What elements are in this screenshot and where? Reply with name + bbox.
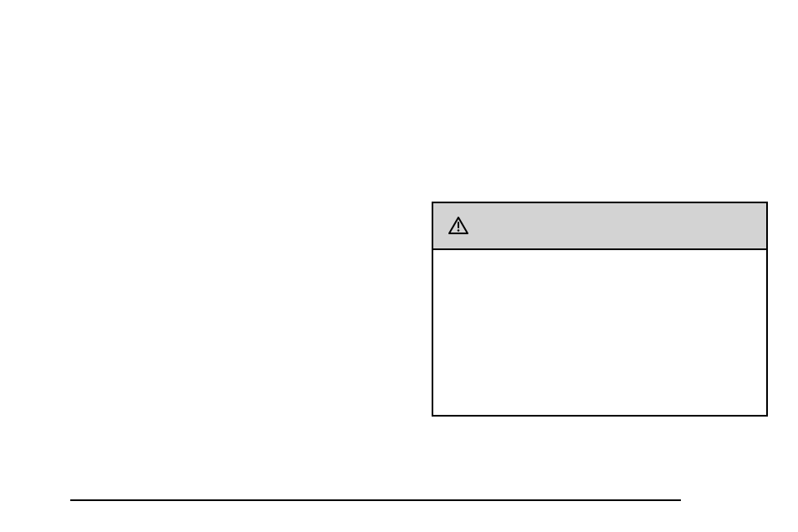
svg-point-1: [458, 229, 460, 232]
warning-triangle-icon: [448, 217, 468, 235]
caution-header: [433, 203, 766, 250]
caution-box: [432, 202, 768, 417]
footer-divider: [70, 499, 681, 501]
